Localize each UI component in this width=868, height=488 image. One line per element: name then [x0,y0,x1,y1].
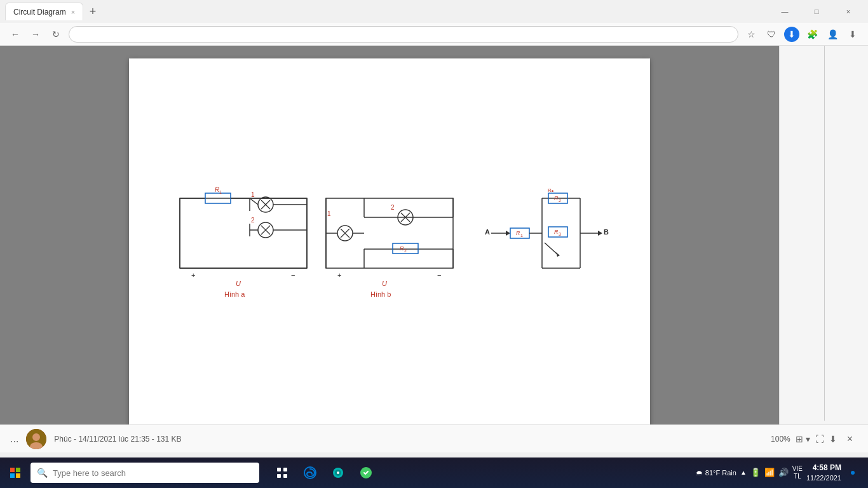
svg-text:Hình a: Hình a [224,290,245,298]
svg-text:U: U [236,280,241,287]
svg-text:1: 1 [327,210,331,217]
download-file-button[interactable]: ⬇ [829,434,837,444]
taskbar-right: 🌧 81°F Rain ▲ 🔋 📶 🔊 VIE TL 4:58 PM 11/22… [696,463,868,482]
svg-text:R: R [554,195,559,201]
taskbar-app1[interactable] [325,460,351,485]
svg-text:1: 1 [251,191,255,198]
svg-text:+: + [191,271,195,279]
minimize-button[interactable]: — [770,3,799,20]
taskbar-task-view[interactable] [269,460,295,485]
notification-button[interactable] [845,465,860,480]
search-input[interactable] [53,468,253,478]
panel-divider [824,46,825,421]
svg-point-89 [337,471,339,474]
system-tray: ▲ 🔋 📶 🔊 [740,468,789,477]
svg-marker-77 [598,231,602,236]
download-icon[interactable]: ⬇ [784,27,799,42]
taskbar-edge[interactable] [297,460,323,485]
bottom-bar: ... Phúc - 14/11/2021 lúc 21:35 - 131 KB… [0,424,868,452]
svg-rect-82 [277,468,281,471]
taskbar: 🔍 [0,458,868,488]
maximize-button[interactable]: □ [802,3,831,20]
taskbar-app2[interactable] [353,460,379,485]
svg-text:−: − [437,271,441,279]
extensions-icon[interactable]: 🧩 [804,27,820,42]
svg-point-80 [32,433,40,441]
svg-text:R: R [400,245,404,252]
language-sub: TL [794,473,801,480]
tab-label: Circuit Diagram [13,8,66,17]
message-info: Phúc - 14/11/2021 lúc 21:35 - 131 KB [54,435,181,444]
svg-rect-85 [283,474,287,478]
svg-text:−: − [291,271,295,279]
svg-text:2: 2 [251,217,255,224]
tab-close-icon[interactable]: × [71,8,75,16]
svg-text:Hình b: Hình b [370,290,391,298]
view-options-button[interactable]: ⊞ ▾ [796,434,810,444]
browser-tab[interactable]: Circuit Diagram × [5,3,83,20]
clock-time: 4:58 PM [806,463,841,473]
chevron-icon[interactable]: ▲ [740,469,747,476]
file-size: 131 KB [156,435,181,444]
dots-button[interactable]: ... [10,433,18,445]
taskbar-clock[interactable]: 4:58 PM 11/22/2021 [806,463,841,482]
profile-icon[interactable]: 👤 [825,27,840,42]
svg-rect-84 [277,474,281,478]
main-content: R 1 [0,46,868,452]
volume-icon[interactable]: 🔊 [778,468,789,477]
svg-rect-0 [180,198,307,268]
back-button[interactable]: ← [8,27,23,42]
network-icon: 📶 [764,468,775,477]
taskbar-center [269,460,379,485]
svg-text:3: 3 [559,232,561,236]
svg-line-12 [250,198,258,205]
pdf-viewer: R 1 [0,46,779,452]
clock-date: 11/22/2021 [806,473,841,482]
svg-text:B: B [604,228,609,236]
bookmark-icon[interactable]: ☆ [743,27,759,42]
file-date: 14/11/2021 lúc 21:35 [78,435,149,444]
shield-icon[interactable]: 🛡 [764,27,779,42]
address-bar[interactable] [69,26,738,43]
forward-button[interactable]: → [28,27,43,42]
svg-text:R: R [554,229,559,235]
svg-text:R: R [516,230,520,236]
svg-rect-83 [283,468,287,471]
user-name: Phúc [54,435,71,444]
svg-text:R₂: R₂ [548,187,553,193]
svg-text:2: 2 [404,248,407,253]
svg-text:1: 1 [219,190,222,194]
svg-text:2: 2 [391,204,395,211]
language-indicator[interactable]: VIE TL [792,465,803,480]
weather-text: 81°F Rain [705,469,736,477]
pdf-page: R 1 [129,58,650,427]
save-icon[interactable]: ⬇ [845,27,860,42]
weather-widget[interactable]: 🌧 81°F Rain [696,469,736,477]
refresh-button[interactable]: ↻ [48,27,64,42]
start-button[interactable] [0,458,31,488]
search-icon: 🔍 [37,468,48,478]
svg-marker-75 [556,252,560,257]
svg-text:U: U [382,280,387,287]
circuit-diagram: R 1 [167,179,612,306]
zoom-info: 100% ⊞ ▾ ⛶ ⬇ × [771,433,858,445]
svg-text:A: A [485,228,490,236]
notification-dot [851,471,855,475]
taskbar-search[interactable]: 🔍 [31,463,259,483]
svg-marker-58 [506,231,510,236]
close-file-button[interactable]: × [842,433,858,445]
right-panel [779,46,868,452]
new-tab-button[interactable]: + [83,3,102,20]
close-window-button[interactable]: × [834,3,863,20]
language-code: VIE [792,465,803,473]
battery-icon: 🔋 [750,468,761,477]
fullscreen-button[interactable]: ⛶ [815,434,824,444]
windows-logo [10,468,20,478]
svg-text:+: + [337,271,341,279]
svg-text:1: 1 [520,233,523,238]
weather-icon: 🌧 [696,469,703,477]
svg-line-74 [545,243,557,254]
svg-text:2: 2 [559,198,561,203]
zoom-value: 100% [771,435,790,444]
user-avatar [26,429,46,449]
